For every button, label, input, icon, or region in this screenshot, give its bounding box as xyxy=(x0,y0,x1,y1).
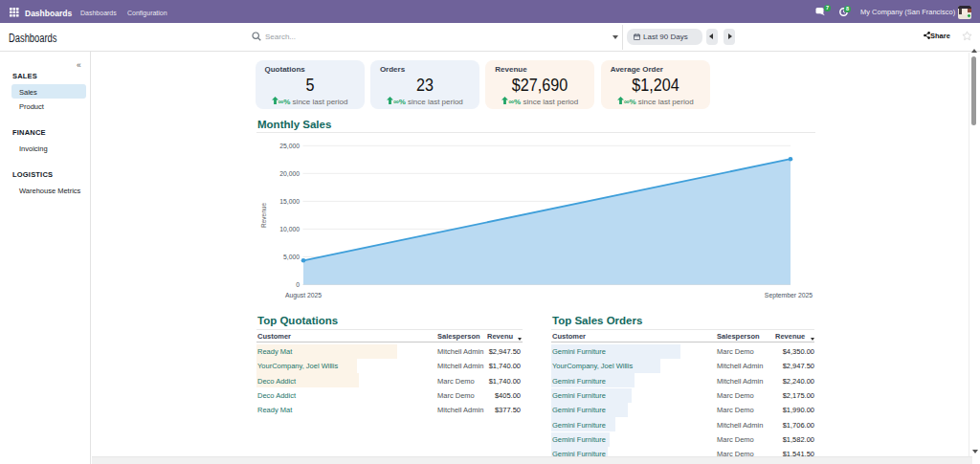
svg-text:15,000: 15,000 xyxy=(279,198,300,205)
svg-text:25,000: 25,000 xyxy=(279,143,300,149)
svg-text:10,000: 10,000 xyxy=(279,226,300,232)
svg-text:September 2025: September 2025 xyxy=(765,292,813,299)
svg-text:20,000: 20,000 xyxy=(279,170,300,177)
svg-text:0: 0 xyxy=(296,281,300,288)
svg-text:5,000: 5,000 xyxy=(283,254,300,260)
svg-text:Revenue: Revenue xyxy=(260,203,267,228)
svg-text:August 2025: August 2025 xyxy=(285,292,322,299)
